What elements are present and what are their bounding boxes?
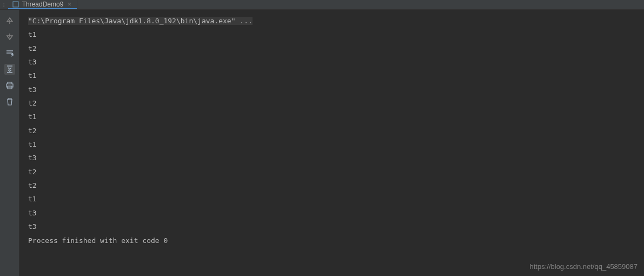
svg-rect-0 xyxy=(13,2,18,7)
run-config-icon xyxy=(12,1,19,8)
soft-wrap-icon[interactable] xyxy=(4,48,15,58)
tab-separator xyxy=(77,0,77,9)
console-toolbar xyxy=(0,10,19,276)
arrow-up-icon[interactable] xyxy=(4,15,15,26)
main-area: "C:\Program Files\Java\jdk1.8.0_192\bin\… xyxy=(0,10,644,276)
prefix-label: : xyxy=(0,1,8,8)
exit-message: Process finished with exit code 0 xyxy=(28,234,635,247)
close-icon[interactable]: × xyxy=(67,1,72,8)
output-lines: t1 t2 t3 t1 t3 t2 t1 t2 t1 t3 t2 t2 t1 t… xyxy=(28,30,37,231)
print-icon[interactable] xyxy=(4,80,15,91)
tab-bar: : ThreadDemo9 × xyxy=(0,0,644,10)
watermark: https://blog.csdn.net/qq_45859087 xyxy=(530,262,638,271)
trash-icon[interactable] xyxy=(4,96,15,107)
console-output[interactable]: "C:\Program Files\Java\jdk1.8.0_192\bin\… xyxy=(19,10,644,276)
command-line: "C:\Program Files\Java\jdk1.8.0_192\bin\… xyxy=(28,17,253,25)
tab-threaddemo9[interactable]: ThreadDemo9 × xyxy=(8,0,77,9)
tab-container: ThreadDemo9 × xyxy=(8,0,77,9)
scroll-to-end-icon[interactable] xyxy=(4,64,15,75)
tab-title: ThreadDemo9 xyxy=(22,1,64,8)
arrow-down-icon[interactable] xyxy=(4,31,15,42)
